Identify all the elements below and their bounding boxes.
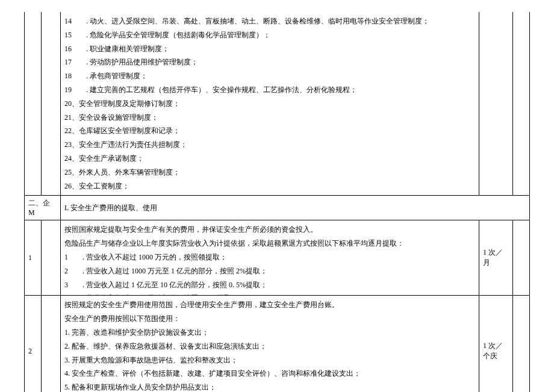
item-line: 21、安全设备设施管理制度；	[64, 111, 475, 125]
item-line: 1. 完善、改造和维护安全防护设施设备支出；	[64, 326, 475, 340]
row-subindex-cell	[42, 220, 61, 296]
item-line: 2 . 营业收入超过 1000 万元至 1 亿元的部分，按照 2%提取；	[64, 264, 475, 278]
item-line: 5. 配备和更新现场作业人员安全防护用品支出；	[64, 381, 475, 392]
content-cell: 按照规定的安全生产费用使用范围，合理使用安全生产费用，建立安全生产费用台账。 安…	[61, 296, 479, 392]
section-prefix: 二、企 M	[28, 199, 50, 217]
regulation-table: 14 . 动火、进入受限空间、吊装、高处、盲板抽堵、动土、断路、设备检维修、临时…	[24, 12, 530, 392]
section-title-cell: L 安全生产费用的提取、使用	[61, 196, 530, 220]
trailing-cell	[513, 12, 530, 196]
table-row: 14 . 动火、进入受限空间、吊装、高处、盲板抽堵、动土、断路、设备检维修、临时…	[25, 12, 530, 196]
item-line: 25、外来人员、外来车辆管理制度；	[64, 166, 475, 179]
trailing-cell	[513, 296, 530, 392]
section-header-row: 二、企 M L 安全生产费用的提取、使用	[25, 196, 530, 220]
table-row: 2 按照规定的安全生产费用使用范围，合理使用安全生产费用，建立安全生产费用台账。…	[25, 296, 530, 392]
row-subindex-cell	[42, 12, 61, 196]
item-line: 4 . 营业收入超过 10 亿元的部分，按照 0. 2%提取。	[64, 291, 475, 295]
item-line: 18 . 承包商管理制度；	[64, 69, 475, 83]
row-index-cell: 2	[25, 296, 42, 392]
item-line: 24、安全生产承诺制度；	[64, 152, 475, 166]
frequency-cell	[479, 12, 513, 196]
section-title: L 安全生产费用的提取、使用	[64, 204, 157, 212]
item-line: 3. 开展重大危险源和事故隐患评估、监控和整改支出；	[64, 353, 475, 367]
row-index-cell	[25, 12, 42, 196]
item-line: 15 . 危险化学品安全管理制度（包括剧毒化学品管理制度）；	[64, 28, 475, 42]
content-cell: 按照国家规定提取与安全生产有关的费用，并保证安全生产所必须的资金投入。 危险品生…	[61, 220, 479, 296]
item-line: 23、安全生产违法行为责任共担制度；	[64, 138, 475, 152]
trailing-cell	[513, 220, 530, 296]
item-line: 3 . 营业收入超过 1 亿元至 10 亿元的部分，按照 0. 5%提取；	[64, 278, 475, 292]
item-line: 按照规定的安全生产费用使用范围，合理使用安全生产费用，建立安全生产费用台账。	[64, 298, 475, 312]
row-index: 1	[28, 254, 32, 262]
item-line: 22、仓库罐区安全管理制度和记录；	[64, 124, 475, 138]
item-line: 安全生产的费用按照以下范围使用：	[64, 312, 475, 326]
item-line: 2. 配备、维护、保养应急救援器材、设备支出和应急演练支出；	[64, 340, 475, 353]
section-number-cell: 二、企 M	[25, 196, 61, 220]
item-line: 1 . 营业收入不超过 1000 万元的，按照领提取；	[64, 250, 475, 264]
frequency-cell: 1 次／个庆	[479, 296, 513, 392]
frequency-text: 1 次／个庆	[483, 341, 503, 360]
item-line: 4. 安全生产检查、评价（不包括新建、改建、扩建项目安全评价）、咨询和标准化建设…	[64, 367, 475, 381]
frequency-text: 1 次／月	[483, 248, 503, 267]
item-line: 14 . 动火、进入受限空间、吊装、高处、盲板抽堵、动土、断路、设备检维修、临时…	[64, 14, 475, 28]
item-line: 16 . 职业健康相关管理制度；	[64, 42, 475, 56]
row-index-cell: 1	[25, 220, 42, 296]
table-row: 1 按照国家规定提取与安全生产有关的费用，并保证安全生产所必须的资金投入。 危险…	[25, 220, 530, 296]
item-line: 按照国家规定提取与安全生产有关的费用，并保证安全生产所必须的资金投入。	[64, 223, 475, 237]
item-line: 19 . 建立完善的工艺规程（包括开停车）、安全操作规程、工艺操作法、分析化验规…	[64, 83, 475, 97]
row-subindex-cell	[42, 296, 61, 392]
item-line: 20、安全管理制度及定期修订制度；	[64, 97, 475, 111]
item-line: 17 . 劳动防护用品使用维护管理制度；	[64, 55, 475, 69]
frequency-cell: 1 次／月	[479, 220, 513, 296]
row-index: 2	[28, 347, 32, 355]
content-cell: 14 . 动火、进入受限空间、吊装、高处、盲板抽堵、动土、断路、设备检维修、临时…	[61, 12, 479, 196]
item-line: 26、安全工资制度；	[64, 179, 475, 193]
item-line: 危险品生产与储存企业以上年度实际营业收入为计提依据，采取超额累退方式按照以下标准…	[64, 237, 475, 250]
